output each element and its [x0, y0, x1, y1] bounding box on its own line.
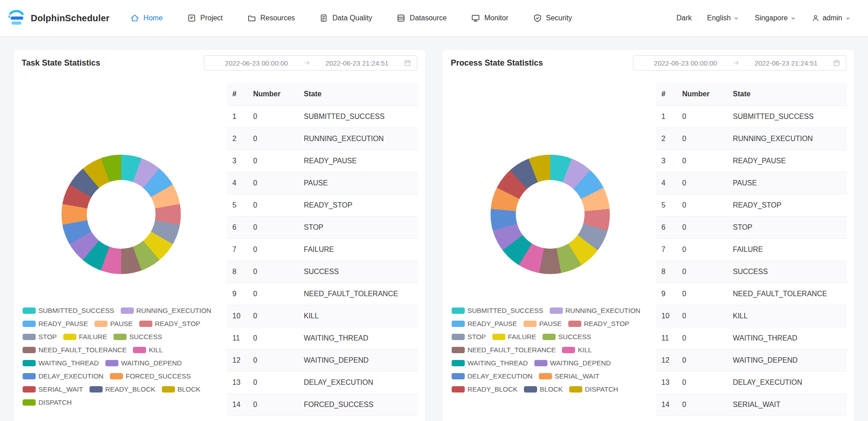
row-number: 0 — [677, 128, 727, 150]
legend-item[interactable]: WAITING_THREAD — [23, 359, 99, 367]
row-number: 0 — [677, 349, 727, 371]
nav-item-project[interactable]: Project — [187, 14, 223, 23]
legend-item[interactable]: READY_STOP — [139, 320, 201, 328]
legend-swatch — [492, 334, 505, 340]
row-state: FAILURE — [727, 238, 847, 260]
row-state: WAITING_DEPEND — [727, 349, 847, 371]
legend-item[interactable]: READY_PAUSE — [452, 320, 517, 328]
row-number: 0 — [248, 260, 298, 283]
nav-item-security[interactable]: Security — [533, 14, 572, 23]
dolphinscheduler-logo[interactable]: DolphinScheduler — [7, 8, 109, 28]
legend-item[interactable]: FAILURE — [63, 333, 108, 341]
legend-item[interactable]: SUCCESS — [542, 333, 591, 341]
nav-item-resources[interactable]: Resources — [247, 14, 295, 23]
legend-item[interactable]: WAITING_THREAD — [452, 359, 528, 367]
nav-item-data-quality[interactable]: Data Quality — [319, 14, 372, 23]
legend-item[interactable]: SERIAL_WAIT — [539, 372, 599, 380]
table-row: 110WAITING_THREAD — [227, 327, 418, 349]
legend-item[interactable]: RUNNING_EXECUTION — [550, 307, 641, 315]
legend-item[interactable]: SERIAL_WAIT — [23, 385, 83, 393]
legend-item[interactable]: NEED_FAULT_TOLERANCE — [452, 346, 556, 354]
nav-item-label: Monitor — [484, 14, 508, 22]
table-row: 70FAILURE — [227, 238, 418, 260]
row-state: NEED_FAULT_TOLERANCE — [727, 283, 847, 305]
legend-item[interactable]: FORCED_SUCCESS — [110, 372, 191, 380]
row-state: NEED_FAULT_TOLERANCE — [298, 283, 418, 305]
nav-item-home[interactable]: Home — [130, 14, 163, 23]
legend-item[interactable]: KILL — [562, 346, 592, 354]
timezone-select[interactable]: Singapore — [755, 14, 796, 22]
table-row: 90NEED_FAULT_TOLERANCE — [656, 283, 847, 305]
row-number: 0 — [677, 260, 727, 283]
legend-label: WAITING_THREAD — [467, 359, 528, 367]
card-title: Task State Statistics — [22, 58, 100, 68]
table-row: 40PAUSE — [656, 172, 847, 194]
legend-item[interactable]: SUCCESS — [113, 333, 162, 341]
legend-item[interactable]: READY_PAUSE — [23, 320, 88, 328]
date-end: 2022-06-23 21:24:51 — [740, 59, 833, 67]
legend-label: KILL — [578, 346, 592, 354]
legend-swatch — [110, 373, 123, 379]
legend-item[interactable]: FAILURE — [492, 333, 537, 341]
legend-label: SUCCESS — [558, 333, 591, 341]
legend-item[interactable]: PAUSE — [524, 320, 562, 328]
theme-toggle-button[interactable]: Dark — [676, 14, 692, 22]
legend-item[interactable]: DISPATCH — [569, 385, 618, 393]
top-nav: DolphinScheduler Home Project Resources … — [0, 0, 868, 36]
nav-item-datasource[interactable]: Datasource — [396, 14, 447, 23]
chart-column: SUBMITTED_SUCCESSRUNNING_EXECUTIONREADY_… — [450, 83, 651, 416]
language-select[interactable]: English — [707, 14, 739, 22]
legend-item[interactable]: READY_STOP — [568, 320, 630, 328]
date-range-picker[interactable]: 2022-06-23 00:00:00 2022-06-23 21:24:51 — [204, 55, 417, 71]
row-state: READY_PAUSE — [727, 150, 847, 172]
legend-label: SUBMITTED_SUCCESS — [38, 307, 114, 315]
legend-swatch — [452, 321, 465, 327]
legend-item[interactable]: WAITING_DEPEND — [105, 359, 182, 367]
date-range-picker[interactable]: 2022-06-23 00:00:00 2022-06-23 21:24:51 — [633, 55, 846, 71]
row-index: 8 — [227, 260, 248, 283]
legend-swatch — [23, 373, 36, 379]
task-state-statistics-card: Task State Statistics 2022-06-23 00:00:0… — [14, 50, 425, 421]
table-row: 50READY_STOP — [656, 194, 847, 216]
legend-item[interactable]: READY_BLOCK — [90, 385, 156, 393]
home-icon — [130, 14, 139, 23]
legend-item[interactable]: DELAY_EXECUTION — [23, 372, 104, 380]
chevron-down-icon — [845, 15, 851, 21]
table-row: 50READY_STOP — [227, 194, 418, 216]
arrow-right-icon — [732, 59, 740, 66]
donut-chart[interactable] — [491, 155, 610, 274]
legend-item[interactable]: WAITING_DEPEND — [534, 359, 611, 367]
nav-item-label: Data Quality — [332, 14, 372, 22]
legend-item[interactable]: RUNNING_EXECUTION — [121, 307, 212, 315]
table-row: 80SUCCESS — [656, 260, 847, 283]
table-body: 10SUBMITTED_SUCCESS20RUNNING_EXECUTION30… — [656, 105, 847, 416]
legend-item[interactable]: STOP — [23, 333, 57, 341]
row-number: 0 — [677, 150, 727, 172]
legend-label: READY_PAUSE — [467, 320, 517, 328]
legend-item[interactable]: SUBMITTED_SUCCESS — [23, 307, 114, 315]
legend-item[interactable]: PAUSE — [94, 320, 133, 328]
legend-swatch — [23, 321, 36, 327]
legend-swatch — [139, 321, 152, 327]
folder-icon — [247, 14, 256, 23]
row-index: 14 — [227, 393, 248, 416]
legend-item[interactable]: DISPATCH — [23, 398, 72, 407]
row-state: SUCCESS — [727, 260, 847, 283]
legend-label: DELAY_EXECUTION — [467, 372, 533, 380]
legend-item[interactable]: STOP — [452, 333, 486, 341]
legend-item[interactable]: DELAY_EXECUTION — [452, 372, 533, 380]
legend-item[interactable]: BLOCK — [162, 385, 201, 393]
data-quality-icon — [319, 14, 328, 23]
donut-chart[interactable] — [61, 155, 181, 274]
legend-item[interactable]: BLOCK — [524, 385, 563, 393]
legend-item[interactable]: KILL — [133, 346, 163, 354]
legend-item[interactable]: NEED_FAULT_TOLERANCE — [23, 346, 127, 354]
nav-item-monitor[interactable]: Monitor — [471, 14, 508, 23]
legend-swatch — [23, 334, 36, 340]
legend-item[interactable]: SUBMITTED_SUCCESS — [452, 307, 543, 315]
process-state-statistics-card: Process State Statistics 2022-06-23 00:0… — [443, 50, 854, 421]
legend-label: FAILURE — [508, 333, 537, 341]
table-row: 30READY_PAUSE — [227, 150, 418, 172]
user-menu[interactable]: admin — [811, 14, 851, 22]
legend-item[interactable]: READY_BLOCK — [452, 385, 518, 393]
